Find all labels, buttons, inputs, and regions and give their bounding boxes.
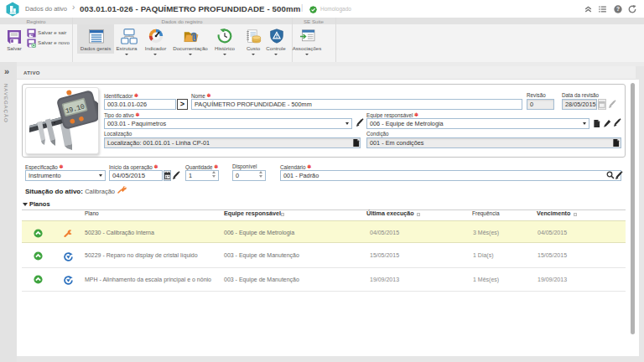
svg-text:?: ? — [616, 6, 620, 12]
